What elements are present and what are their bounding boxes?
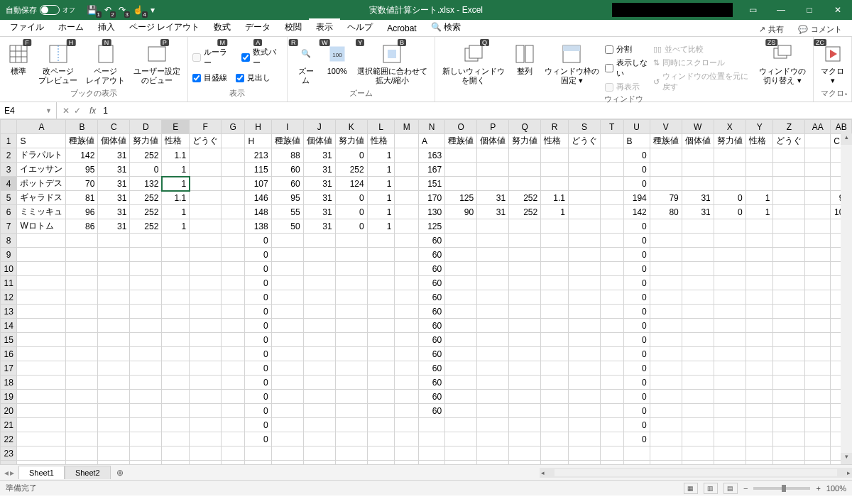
- cell-R2[interactable]: [541, 148, 569, 163]
- cell-R21[interactable]: [541, 418, 569, 432]
- cell-Q5[interactable]: 252: [509, 191, 541, 205]
- cell-Y10[interactable]: [746, 262, 773, 276]
- cell-T16[interactable]: [600, 347, 623, 361]
- cell-N8[interactable]: 60: [418, 234, 444, 248]
- cell-M2[interactable]: [395, 148, 419, 163]
- cell-L6[interactable]: 1: [367, 205, 395, 219]
- cell-X16[interactable]: [714, 347, 746, 361]
- cell-O16[interactable]: [445, 347, 477, 361]
- cell-S20[interactable]: [568, 404, 600, 418]
- cell-D5[interactable]: 252: [130, 191, 162, 205]
- cell-I20[interactable]: [271, 404, 303, 418]
- cell-F1[interactable]: どうぐ: [190, 134, 222, 148]
- cell-H17[interactable]: 0: [245, 361, 271, 376]
- cell-K21[interactable]: [335, 418, 367, 432]
- cell-X4[interactable]: [714, 177, 746, 191]
- cell-T23[interactable]: [600, 447, 623, 461]
- cell-B21[interactable]: [66, 418, 98, 432]
- cell-I12[interactable]: [271, 290, 303, 305]
- cell-I6[interactable]: 55: [271, 205, 303, 219]
- view-normal-button[interactable]: 標準: [4, 41, 33, 77]
- cell-T1[interactable]: [600, 134, 623, 148]
- split-checkbox[interactable]: 分割: [605, 43, 650, 56]
- cell-Z19[interactable]: [773, 390, 805, 404]
- col-header-X[interactable]: X: [714, 120, 746, 134]
- cell-R7[interactable]: [541, 219, 569, 234]
- cell-J7[interactable]: 31: [303, 219, 335, 234]
- cell-D6[interactable]: 252: [130, 205, 162, 219]
- cell-Q14[interactable]: [509, 319, 541, 333]
- cell-Y12[interactable]: [746, 290, 773, 305]
- cell-E20[interactable]: [162, 404, 190, 418]
- cell-X15[interactable]: [714, 333, 746, 347]
- cell-V8[interactable]: [650, 234, 682, 248]
- cell-Z18[interactable]: [773, 376, 805, 390]
- cell-L4[interactable]: 1: [367, 177, 395, 191]
- cell-Q18[interactable]: [509, 376, 541, 390]
- row-header-1[interactable]: 1: [1, 134, 17, 148]
- cell-M15[interactable]: [395, 333, 419, 347]
- cell-J6[interactable]: 31: [303, 205, 335, 219]
- cell-A9[interactable]: [17, 248, 66, 262]
- cell-V22[interactable]: [650, 432, 682, 447]
- cell-N16[interactable]: 60: [418, 347, 444, 361]
- cell-P5[interactable]: 31: [477, 191, 509, 205]
- cell-A4[interactable]: ポットデス: [17, 177, 66, 191]
- cell-AA13[interactable]: [805, 305, 831, 319]
- cell-L5[interactable]: 1: [367, 191, 395, 205]
- fx-icon[interactable]: fx: [87, 106, 99, 116]
- cell-G5[interactable]: [222, 191, 245, 205]
- cell-K20[interactable]: [335, 404, 367, 418]
- row-header-5[interactable]: 5: [1, 191, 17, 205]
- cell-W7[interactable]: [682, 219, 714, 234]
- zoom-slider[interactable]: [753, 487, 810, 490]
- cell-R17[interactable]: [541, 361, 569, 376]
- col-header-G[interactable]: G: [222, 120, 245, 134]
- cell-Z13[interactable]: [773, 305, 805, 319]
- cell-N11[interactable]: 60: [418, 276, 444, 290]
- cell-K5[interactable]: 0: [335, 191, 367, 205]
- cell-S19[interactable]: [568, 390, 600, 404]
- cell-K18[interactable]: [335, 376, 367, 390]
- cell-V13[interactable]: [650, 305, 682, 319]
- cell-AA12[interactable]: [805, 290, 831, 305]
- cell-B12[interactable]: [66, 290, 98, 305]
- cell-F5[interactable]: [190, 191, 222, 205]
- cell-T2[interactable]: [600, 148, 623, 163]
- cell-S16[interactable]: [568, 347, 600, 361]
- cell-G17[interactable]: [222, 361, 245, 376]
- cell-W17[interactable]: [682, 361, 714, 376]
- cell-G24[interactable]: [222, 461, 245, 465]
- cell-Z3[interactable]: [773, 163, 805, 177]
- cell-A10[interactable]: [17, 262, 66, 276]
- cell-W21[interactable]: [682, 418, 714, 432]
- cell-P19[interactable]: [477, 390, 509, 404]
- row-header-3[interactable]: 3: [1, 163, 17, 177]
- cell-R13[interactable]: [541, 305, 569, 319]
- cell-K2[interactable]: 0: [335, 148, 367, 163]
- row-header-10[interactable]: 10: [1, 262, 17, 276]
- macros-button[interactable]: マクロ ▾: [818, 41, 847, 87]
- cell-G4[interactable]: [222, 177, 245, 191]
- cell-A12[interactable]: [17, 290, 66, 305]
- share-button[interactable]: ↗ 共有ZS: [755, 23, 788, 36]
- cell-AA9[interactable]: [805, 248, 831, 262]
- cell-N19[interactable]: 60: [418, 390, 444, 404]
- cell-E10[interactable]: [162, 262, 190, 276]
- cell-H2[interactable]: 213: [245, 148, 271, 163]
- cell-V12[interactable]: [650, 290, 682, 305]
- cell-L9[interactable]: [367, 248, 395, 262]
- cell-Y19[interactable]: [746, 390, 773, 404]
- cell-AA18[interactable]: [805, 376, 831, 390]
- name-box[interactable]: E4▼: [0, 102, 57, 119]
- cell-Y4[interactable]: [746, 177, 773, 191]
- cell-I11[interactable]: [271, 276, 303, 290]
- row-header-2[interactable]: 2: [1, 148, 17, 163]
- cell-Q22[interactable]: [509, 432, 541, 447]
- cell-V20[interactable]: [650, 404, 682, 418]
- cell-R6[interactable]: 1: [541, 205, 569, 219]
- tab-file[interactable]: ファイルF: [3, 18, 51, 36]
- cell-J14[interactable]: [303, 319, 335, 333]
- cell-L7[interactable]: 1: [367, 219, 395, 234]
- cell-A22[interactable]: [17, 432, 66, 447]
